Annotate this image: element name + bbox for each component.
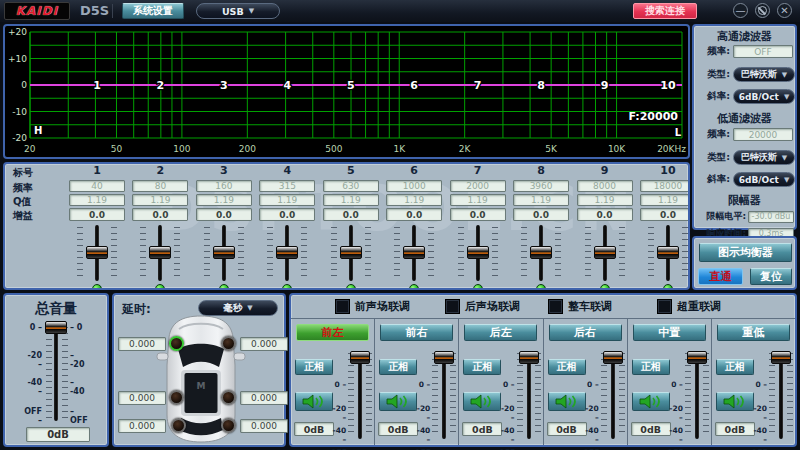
checkbox-front-stage-link[interactable] (335, 299, 350, 314)
level-fader-rear-left[interactable]: 0 –-20 –-40 –OFF – (503, 347, 541, 443)
delay-select-subwoofer[interactable] (221, 418, 236, 433)
band-q-field[interactable]: 1.19 (450, 194, 506, 206)
close-button[interactable]: ✕ (777, 3, 792, 18)
mute-button-rear-left[interactable] (463, 392, 501, 411)
mute-button-front-right[interactable] (379, 392, 417, 411)
delay-select-rear-right[interactable] (221, 390, 236, 405)
checkbox-whole-car-link[interactable] (548, 299, 563, 314)
fader-handle[interactable] (86, 246, 108, 259)
fader-handle[interactable] (594, 246, 616, 259)
channel-button-center[interactable]: 中置 (633, 324, 706, 341)
delay-value-front-left[interactable]: 0.000 (118, 337, 166, 351)
band-gain-fader[interactable] (519, 225, 563, 281)
channel-button-subwoofer[interactable]: 重低 (717, 324, 790, 341)
lp-slope-select[interactable]: 6dB/Oct▼ (733, 172, 795, 187)
channel-button-front-right[interactable]: 前右 (380, 324, 453, 341)
fader-handle[interactable] (403, 246, 425, 259)
band-gain-fader[interactable] (392, 225, 436, 281)
band-gain-field[interactable]: 0.0 (132, 208, 188, 221)
band-gain-field[interactable]: 0.0 (513, 208, 569, 221)
band-gain-field[interactable]: 0.0 (323, 208, 379, 221)
band-gain-fader[interactable] (202, 225, 246, 281)
band-q-field[interactable]: 1.19 (386, 194, 442, 206)
band-gain-field[interactable]: 0.0 (386, 208, 442, 221)
fader-handle[interactable] (434, 351, 454, 364)
delay-value-front-right[interactable]: 0.000 (240, 337, 288, 351)
fader-handle[interactable] (45, 321, 67, 334)
mute-button-subwoofer[interactable] (716, 392, 754, 411)
band-q-field[interactable]: 1.19 (259, 194, 315, 206)
phase-button-rear-left[interactable]: 正相 (463, 359, 501, 375)
delay-select-front-left[interactable] (169, 336, 184, 351)
band-q-field[interactable]: 1.19 (640, 194, 690, 206)
master-volume-fader[interactable]: 0 –– 0-20 –– -20-40 –– -40OFF –– OFF (22, 321, 90, 425)
band-gain-field[interactable]: 0.0 (577, 208, 633, 221)
fader-handle[interactable] (687, 351, 707, 364)
bypass-button[interactable]: 直通 (698, 268, 743, 285)
band-gain-fader[interactable] (456, 225, 500, 281)
fader-handle[interactable] (519, 351, 539, 364)
checkbox-subwoofer-link[interactable] (657, 299, 672, 314)
phase-button-front-left[interactable]: 正相 (295, 359, 333, 375)
delay-select-front-right[interactable] (221, 336, 236, 351)
band-q-field[interactable]: 1.19 (513, 194, 569, 206)
delay-value-rear-left[interactable]: 0.000 (118, 391, 166, 405)
level-fader-center[interactable]: 0 –-20 –-40 –OFF – (671, 347, 709, 443)
limiter-level-field[interactable]: -30.0 dBu (748, 211, 794, 223)
band-gain-field[interactable]: 0.0 (640, 208, 690, 221)
band-q-field[interactable]: 1.19 (69, 194, 125, 206)
band-frequency-field[interactable]: 160 (196, 180, 252, 192)
disconnect-button[interactable] (755, 3, 770, 18)
band-frequency-field[interactable]: 1000 (386, 180, 442, 192)
checkbox-rear-stage-link[interactable] (445, 299, 460, 314)
band-gain-fader[interactable] (138, 225, 182, 281)
delay-value-center[interactable]: 0.000 (118, 419, 166, 433)
fader-handle[interactable] (603, 351, 623, 364)
phase-button-rear-right[interactable]: 正相 (548, 359, 586, 375)
band-gain-fader[interactable] (646, 225, 690, 281)
mute-button-rear-right[interactable] (548, 392, 586, 411)
lp-type-select[interactable]: 巴特沃斯▼ (733, 150, 795, 165)
hp-type-select[interactable]: 巴特沃斯▼ (733, 67, 795, 82)
band-q-field[interactable]: 1.19 (196, 194, 252, 206)
mute-button-center[interactable] (632, 392, 670, 411)
band-q-field[interactable]: 1.19 (132, 194, 188, 206)
mute-button-front-left[interactable] (295, 392, 333, 411)
delay-value-subwoofer[interactable]: 0.000 (240, 419, 288, 433)
fader-handle[interactable] (771, 351, 791, 364)
fader-handle[interactable] (657, 246, 679, 259)
band-frequency-field[interactable]: 40 (69, 180, 125, 192)
channel-button-rear-right[interactable]: 后右 (549, 324, 622, 341)
search-connect-button[interactable]: 搜索连接 (633, 3, 697, 19)
band-frequency-field[interactable]: 2000 (450, 180, 506, 192)
graphic-eq-button[interactable]: 图示均衡器 (699, 243, 792, 262)
level-fader-front-right[interactable]: 0 –-20 –-40 –OFF – (418, 347, 456, 443)
channel-button-rear-left[interactable]: 后左 (464, 324, 537, 341)
channel-button-front-left[interactable]: 前左 (296, 324, 369, 341)
band-gain-fader[interactable] (583, 225, 627, 281)
eq-response-graph[interactable]: +20+100-10-2020501002005001K2K5K10K20KHz… (3, 24, 690, 159)
fader-handle[interactable] (276, 246, 298, 259)
hp-freq-field[interactable]: OFF (733, 45, 793, 58)
band-gain-field[interactable]: 0.0 (450, 208, 506, 221)
hp-slope-select[interactable]: 6dB/Oct▼ (733, 89, 795, 104)
band-q-field[interactable]: 1.19 (577, 194, 633, 206)
band-q-field[interactable]: 1.19 (323, 194, 379, 206)
phase-button-front-right[interactable]: 正相 (379, 359, 417, 375)
band-gain-field[interactable]: 0.0 (196, 208, 252, 221)
band-frequency-field[interactable]: 630 (323, 180, 379, 192)
delay-select-center[interactable] (171, 418, 186, 433)
connection-select[interactable]: USB ▼ (196, 3, 280, 19)
fader-handle[interactable] (530, 246, 552, 259)
band-frequency-field[interactable]: 315 (259, 180, 315, 192)
level-fader-rear-right[interactable]: 0 –-20 –-40 –OFF – (587, 347, 625, 443)
lp-freq-field[interactable]: 20000 (733, 128, 793, 141)
band-gain-field[interactable]: 0.0 (259, 208, 315, 221)
fader-handle[interactable] (149, 246, 171, 259)
reset-button[interactable]: 复位 (750, 268, 792, 285)
delay-value-rear-right[interactable]: 0.000 (240, 391, 288, 405)
fader-handle[interactable] (350, 351, 370, 364)
band-frequency-field[interactable]: 18000 (640, 180, 690, 192)
minimize-button[interactable]: — (733, 3, 748, 18)
band-frequency-field[interactable]: 80 (132, 180, 188, 192)
